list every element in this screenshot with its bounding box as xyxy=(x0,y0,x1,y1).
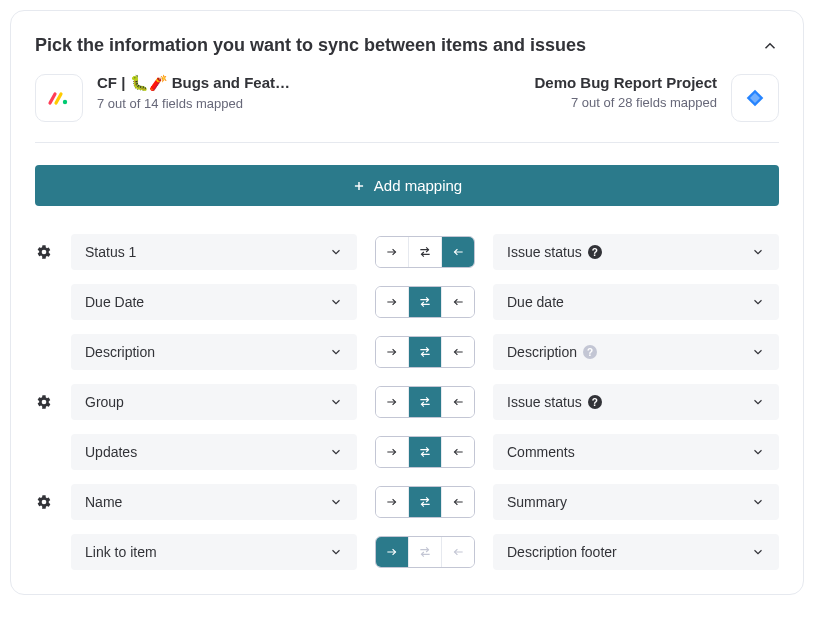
direction-both-button[interactable] xyxy=(408,237,441,267)
svg-point-0 xyxy=(63,100,67,104)
left-field-select[interactable]: Link to item xyxy=(71,534,357,570)
chevron-down-icon xyxy=(329,245,343,259)
direction-group xyxy=(375,336,475,368)
left-field-label: Name xyxy=(85,494,122,510)
left-field-select[interactable]: Group xyxy=(71,384,357,420)
right-field-label: Description footer xyxy=(507,544,617,560)
chevron-down-icon xyxy=(751,445,765,459)
right-field-label: Issue status? xyxy=(507,394,602,410)
chevron-down-icon xyxy=(751,545,765,559)
chevron-down-icon xyxy=(329,345,343,359)
direction-both-button xyxy=(408,537,441,567)
direction-both-button[interactable] xyxy=(408,437,441,467)
right-field-select[interactable]: Description? xyxy=(493,334,779,370)
right-source: Demo Bug Report Project 7 out of 28 fiel… xyxy=(534,74,779,122)
direction-right-button[interactable] xyxy=(376,437,408,467)
left-field-label: Link to item xyxy=(85,544,157,560)
left-field-label: Updates xyxy=(85,444,137,460)
sync-config-card: Pick the information you want to sync be… xyxy=(10,10,804,595)
direction-both-button[interactable] xyxy=(408,287,441,317)
chevron-down-icon xyxy=(751,245,765,259)
gear-col xyxy=(35,244,53,260)
left-field-select[interactable]: Due Date xyxy=(71,284,357,320)
left-field-select[interactable]: Updates xyxy=(71,434,357,470)
chevron-down-icon xyxy=(751,295,765,309)
right-field-select[interactable]: Issue status? xyxy=(493,384,779,420)
direction-both-button[interactable] xyxy=(408,387,441,417)
direction-right-button[interactable] xyxy=(376,537,408,567)
direction-group xyxy=(375,236,475,268)
left-field-select[interactable]: Description xyxy=(71,334,357,370)
direction-group xyxy=(375,386,475,418)
header: Pick the information you want to sync be… xyxy=(35,35,779,56)
right-field-label: Description? xyxy=(507,344,597,360)
left-source-meta: CF | 🐛🧨 Bugs and Feat… 7 out of 14 field… xyxy=(97,74,290,111)
mapping-rows: Status 1Issue status?Due DateDue dateDes… xyxy=(35,234,779,570)
help-icon[interactable]: ? xyxy=(583,345,597,359)
jira-logo-icon xyxy=(731,74,779,122)
chevron-down-icon xyxy=(329,445,343,459)
direction-both-button[interactable] xyxy=(408,487,441,517)
right-field-select[interactable]: Issue status? xyxy=(493,234,779,270)
right-source-meta: Demo Bug Report Project 7 out of 28 fiel… xyxy=(534,74,717,110)
right-field-label: Issue status? xyxy=(507,244,602,260)
right-field-select[interactable]: Summary xyxy=(493,484,779,520)
chevron-down-icon xyxy=(751,345,765,359)
help-icon[interactable]: ? xyxy=(588,395,602,409)
direction-right-button[interactable] xyxy=(376,387,408,417)
sources-row: CF | 🐛🧨 Bugs and Feat… 7 out of 14 field… xyxy=(35,74,779,143)
chevron-down-icon xyxy=(751,395,765,409)
left-field-select[interactable]: Name xyxy=(71,484,357,520)
monday-logo-icon xyxy=(35,74,83,122)
right-field-select[interactable]: Due date xyxy=(493,284,779,320)
add-mapping-button[interactable]: Add mapping xyxy=(35,165,779,206)
left-field-select[interactable]: Status 1 xyxy=(71,234,357,270)
mapping-row: NameSummary xyxy=(35,484,779,520)
mapping-row: DescriptionDescription? xyxy=(35,334,779,370)
direction-left-button[interactable] xyxy=(441,337,474,367)
left-field-label: Group xyxy=(85,394,124,410)
gear-icon[interactable] xyxy=(36,394,52,410)
direction-group xyxy=(375,536,475,568)
right-field-label: Comments xyxy=(507,444,575,460)
direction-left-button[interactable] xyxy=(441,437,474,467)
direction-right-button[interactable] xyxy=(376,287,408,317)
chevron-down-icon xyxy=(329,295,343,309)
left-source: CF | 🐛🧨 Bugs and Feat… 7 out of 14 field… xyxy=(35,74,290,122)
left-field-label: Due Date xyxy=(85,294,144,310)
direction-right-button[interactable] xyxy=(376,487,408,517)
right-source-sub: 7 out of 28 fields mapped xyxy=(534,95,717,110)
left-field-label: Status 1 xyxy=(85,244,136,260)
chevron-up-icon[interactable] xyxy=(761,37,779,55)
mapping-row: Due DateDue date xyxy=(35,284,779,320)
right-field-label: Due date xyxy=(507,294,564,310)
gear-icon[interactable] xyxy=(36,244,52,260)
left-field-label: Description xyxy=(85,344,155,360)
direction-group xyxy=(375,486,475,518)
chevron-down-icon xyxy=(329,395,343,409)
chevron-down-icon xyxy=(751,495,765,509)
mapping-row: Link to itemDescription footer xyxy=(35,534,779,570)
plus-icon xyxy=(352,179,366,193)
help-icon[interactable]: ? xyxy=(588,245,602,259)
right-field-select[interactable]: Comments xyxy=(493,434,779,470)
gear-col xyxy=(35,394,53,410)
mapping-row: UpdatesComments xyxy=(35,434,779,470)
direction-right-button[interactable] xyxy=(376,237,408,267)
mapping-row: GroupIssue status? xyxy=(35,384,779,420)
direction-right-button[interactable] xyxy=(376,337,408,367)
right-field-label: Summary xyxy=(507,494,567,510)
chevron-down-icon xyxy=(329,545,343,559)
left-source-name: CF | 🐛🧨 Bugs and Feat… xyxy=(97,74,290,92)
direction-both-button[interactable] xyxy=(408,337,441,367)
direction-left-button[interactable] xyxy=(441,487,474,517)
direction-left-button[interactable] xyxy=(441,287,474,317)
right-field-select[interactable]: Description footer xyxy=(493,534,779,570)
direction-left-button[interactable] xyxy=(441,237,474,267)
right-source-name: Demo Bug Report Project xyxy=(534,74,717,91)
direction-left-button[interactable] xyxy=(441,387,474,417)
chevron-down-icon xyxy=(329,495,343,509)
direction-group xyxy=(375,436,475,468)
direction-group xyxy=(375,286,475,318)
gear-icon[interactable] xyxy=(36,494,52,510)
